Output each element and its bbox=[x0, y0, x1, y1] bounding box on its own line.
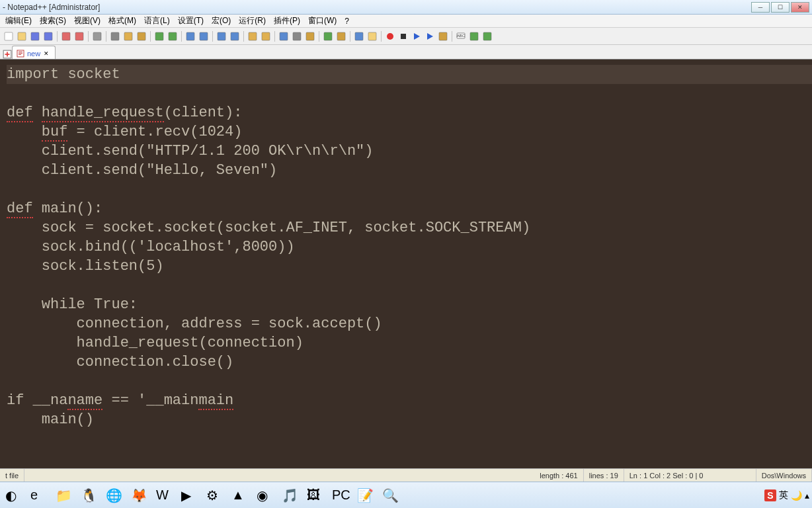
macro-save-button[interactable] bbox=[437, 30, 449, 42]
svg-rect-9 bbox=[138, 32, 145, 40]
svg-rect-16 bbox=[249, 32, 257, 40]
spell-next-icon bbox=[469, 31, 479, 42]
zoom-in-button[interactable] bbox=[216, 30, 227, 42]
spell-next-button[interactable] bbox=[468, 30, 480, 42]
svg-rect-21 bbox=[324, 32, 332, 40]
lang-button[interactable] bbox=[322, 30, 334, 42]
toolbar-separator bbox=[350, 31, 350, 42]
func-list-button[interactable] bbox=[353, 30, 365, 42]
word-wrap-button[interactable] bbox=[278, 30, 290, 42]
macro-play-button[interactable] bbox=[411, 30, 423, 42]
tray-lang[interactable]: 英 bbox=[779, 489, 788, 501]
taskbar-notepad[interactable]: 📝 bbox=[354, 485, 376, 506]
taskbar-video[interactable]: ▶ bbox=[179, 485, 200, 506]
sync-h-button[interactable] bbox=[260, 30, 272, 42]
taskbar-search[interactable]: 🔍 bbox=[380, 485, 401, 506]
menu-m[interactable]: 格式(M) bbox=[104, 14, 140, 28]
menu-s[interactable]: 搜索(S) bbox=[36, 14, 70, 28]
menu-o[interactable]: 宏(O) bbox=[208, 14, 235, 28]
paste-button[interactable] bbox=[136, 30, 147, 42]
menu-l[interactable]: 语言(L) bbox=[140, 14, 174, 28]
search-icon: 🔍 bbox=[382, 487, 398, 503]
taskbar-word[interactable]: W bbox=[153, 485, 175, 506]
macro-record-button[interactable] bbox=[384, 30, 396, 42]
taskbar-browser[interactable]: 🌐 bbox=[103, 485, 124, 506]
taskbar-music[interactable]: 🎵 bbox=[279, 485, 300, 506]
show-all-button[interactable] bbox=[291, 30, 303, 42]
gear-icon: ⚙ bbox=[206, 487, 222, 503]
svg-rect-2 bbox=[31, 32, 39, 40]
svg-rect-27 bbox=[439, 32, 447, 40]
svg-rect-1 bbox=[18, 32, 26, 40]
zoom-in-icon bbox=[216, 31, 227, 42]
macro-play-multi-button[interactable] bbox=[424, 30, 436, 42]
tray-chevron-icon[interactable]: ▴ bbox=[805, 490, 809, 501]
ime-badge[interactable]: S bbox=[764, 489, 776, 501]
taskbar-qq[interactable]: 🐧 bbox=[78, 485, 99, 506]
taskbar-chrome[interactable]: ◉ bbox=[254, 485, 275, 506]
minimize-button[interactable]: ─ bbox=[751, 2, 770, 13]
close-all-icon bbox=[74, 31, 85, 42]
code-line: sock = socket.socket(socket.AF_INET, soc… bbox=[7, 218, 812, 237]
taskbar-image[interactable]: 🖼 bbox=[304, 485, 325, 506]
close-all-button[interactable] bbox=[73, 30, 85, 42]
close-button[interactable] bbox=[60, 30, 72, 42]
code-line: sock.listen(5) bbox=[7, 257, 812, 276]
undo-button[interactable] bbox=[153, 30, 165, 42]
new-tab-button[interactable] bbox=[3, 50, 12, 59]
save-icon bbox=[30, 31, 40, 42]
find-button[interactable] bbox=[184, 30, 196, 42]
macro-record-icon bbox=[385, 31, 395, 42]
menu-w[interactable]: 窗口(W) bbox=[304, 14, 341, 28]
taskbar-pycharm[interactable]: PC bbox=[329, 485, 350, 506]
taskbar-gear[interactable]: ⚙ bbox=[204, 485, 225, 506]
menu-p[interactable]: 插件(P) bbox=[270, 14, 304, 28]
code-line: if __naname == '__mainmain bbox=[7, 391, 812, 410]
menubar: 编辑(E)搜索(S)视图(V)格式(M)语言(L)设置(T)宏(O)运行(R)插… bbox=[0, 15, 812, 28]
menu-[interactable]: ? bbox=[341, 15, 353, 27]
spell-icon: ABC bbox=[456, 31, 466, 42]
word-wrap-icon bbox=[278, 31, 289, 42]
replace-button[interactable] bbox=[198, 30, 210, 42]
maximize-button[interactable]: ☐ bbox=[771, 2, 790, 13]
indent-guide-button[interactable] bbox=[304, 30, 316, 42]
save-all-button[interactable] bbox=[42, 30, 54, 42]
spell-prev-button[interactable] bbox=[481, 30, 493, 42]
tab-new[interactable]: new ✕ bbox=[12, 46, 56, 59]
svg-rect-0 bbox=[5, 32, 13, 40]
taskbar-explorer[interactable]: 📁 bbox=[53, 485, 74, 506]
new-file-button[interactable] bbox=[3, 30, 15, 42]
folder-button[interactable] bbox=[366, 30, 378, 42]
svg-rect-19 bbox=[293, 32, 301, 40]
doc-map-icon bbox=[336, 31, 346, 42]
taskbar-ie[interactable]: e bbox=[28, 485, 49, 506]
code-editor[interactable]: import socket def handle_request(client)… bbox=[0, 60, 812, 468]
svg-rect-12 bbox=[186, 32, 194, 40]
cut-button[interactable] bbox=[109, 30, 121, 42]
taskbar-vlc[interactable]: ▲ bbox=[229, 485, 250, 506]
sync-v-button[interactable] bbox=[247, 30, 259, 42]
word-icon: W bbox=[156, 487, 172, 503]
menu-e[interactable]: 编辑(E) bbox=[1, 14, 36, 28]
code-line: handle_request(connection) bbox=[7, 333, 812, 353]
new-file-icon bbox=[3, 31, 14, 42]
copy-icon bbox=[123, 31, 134, 42]
menu-v[interactable]: 视图(V) bbox=[70, 14, 104, 28]
copy-button[interactable] bbox=[122, 30, 134, 42]
close-button[interactable]: ✕ bbox=[791, 2, 809, 13]
doc-map-button[interactable] bbox=[335, 30, 347, 42]
menu-r[interactable]: 运行(R) bbox=[235, 14, 270, 28]
spell-button[interactable]: ABC bbox=[455, 30, 467, 42]
save-button[interactable] bbox=[29, 30, 41, 42]
taskbar-firefox[interactable]: 🦊 bbox=[128, 485, 149, 506]
taskbar-start[interactable]: ◐ bbox=[3, 485, 24, 506]
menu-t[interactable]: 设置(T) bbox=[174, 14, 208, 28]
zoom-out-button[interactable] bbox=[229, 30, 241, 42]
tab-close-button[interactable]: ✕ bbox=[43, 50, 50, 57]
print-button[interactable] bbox=[91, 30, 103, 42]
redo-button[interactable] bbox=[167, 30, 179, 42]
open-file-button[interactable] bbox=[16, 30, 28, 42]
svg-point-25 bbox=[387, 33, 393, 40]
macro-stop-button[interactable] bbox=[397, 30, 409, 42]
save-all-icon bbox=[43, 31, 54, 42]
